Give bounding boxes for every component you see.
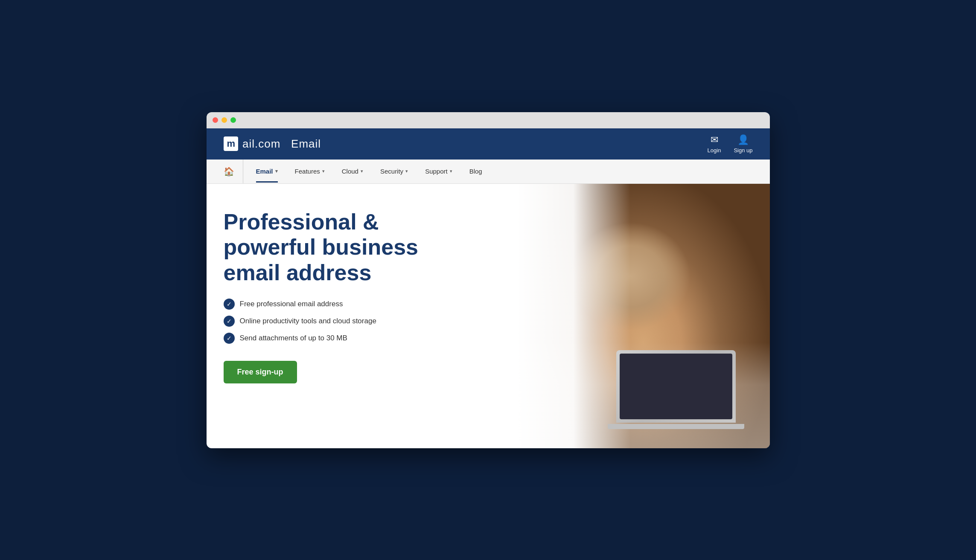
laptop-screen (620, 354, 732, 419)
site-header: m ail.com Email ✉ Login 👤 Sign up (207, 128, 770, 160)
feature-text-1: Free professional email address (240, 300, 343, 308)
laptop-shape (616, 350, 736, 423)
chevron-down-icon: ▾ (322, 168, 325, 174)
check-icon: ✓ (224, 316, 235, 327)
check-icon: ✓ (224, 299, 235, 310)
nav-home-button[interactable]: 🏠 (224, 160, 243, 183)
logo-box: m (224, 136, 239, 151)
nav-item-security[interactable]: Security ▾ (372, 160, 417, 183)
list-item: ✓ Send attachments of up to 30 MB (224, 333, 499, 344)
login-label: Login (708, 147, 721, 154)
feature-text-3: Send attachments of up to 30 MB (240, 334, 347, 342)
hero-content: Professional & powerful business email a… (207, 184, 516, 448)
signup-button[interactable]: 👤 Sign up (734, 134, 752, 154)
logo-text: ail.com Email (242, 137, 321, 151)
nav-item-features[interactable]: Features ▾ (286, 160, 333, 183)
close-button[interactable] (213, 117, 218, 123)
minimize-button[interactable] (221, 117, 227, 123)
chevron-down-icon: ▾ (450, 168, 452, 174)
check-icon: ✓ (224, 333, 235, 344)
hero-title: Professional & powerful business email a… (224, 209, 463, 286)
nav-item-email[interactable]: Email ▾ (248, 160, 286, 183)
nav-blog-label: Blog (469, 168, 482, 175)
logo-area[interactable]: m ail.com Email (224, 136, 321, 151)
chevron-down-icon: ▾ (361, 168, 363, 174)
logo-m: m (227, 138, 235, 149)
list-item: ✓ Online productivity tools and cloud st… (224, 316, 499, 327)
free-signup-button[interactable]: Free sign-up (224, 361, 297, 383)
chevron-down-icon: ▾ (405, 168, 408, 174)
signup-label: Sign up (734, 147, 752, 154)
nav-email-label: Email (256, 168, 273, 175)
laptop-base (608, 424, 744, 429)
hero-features-list: ✓ Free professional email address ✓ Onli… (224, 299, 499, 344)
envelope-icon: ✉ (711, 134, 718, 145)
nav-item-cloud[interactable]: Cloud ▾ (333, 160, 372, 183)
login-button[interactable]: ✉ Login (708, 134, 721, 154)
nav-item-support[interactable]: Support ▾ (417, 160, 461, 183)
nav-item-blog[interactable]: Blog (461, 160, 491, 183)
feature-text-2: Online productivity tools and cloud stor… (240, 317, 376, 325)
nav-features-label: Features (295, 168, 320, 175)
nav-cloud-label: Cloud (342, 168, 358, 175)
nav-support-label: Support (425, 168, 448, 175)
logo-product: Email (291, 137, 321, 150)
list-item: ✓ Free professional email address (224, 299, 499, 310)
logo-domain: ail.com (242, 137, 280, 150)
maximize-button[interactable] (230, 117, 236, 123)
person-icon: 👤 (737, 134, 749, 145)
chevron-down-icon: ▾ (275, 168, 278, 174)
browser-window: m ail.com Email ✉ Login 👤 Sign up 🏠 Emai… (207, 112, 770, 448)
nav-security-label: Security (380, 168, 403, 175)
header-actions: ✉ Login 👤 Sign up (708, 134, 753, 154)
hero-section: Professional & powerful business email a… (207, 184, 770, 448)
hero-image (516, 184, 770, 448)
browser-titlebar (207, 112, 770, 128)
site-nav: 🏠 Email ▾ Features ▾ Cloud ▾ Security ▾ … (207, 160, 770, 184)
